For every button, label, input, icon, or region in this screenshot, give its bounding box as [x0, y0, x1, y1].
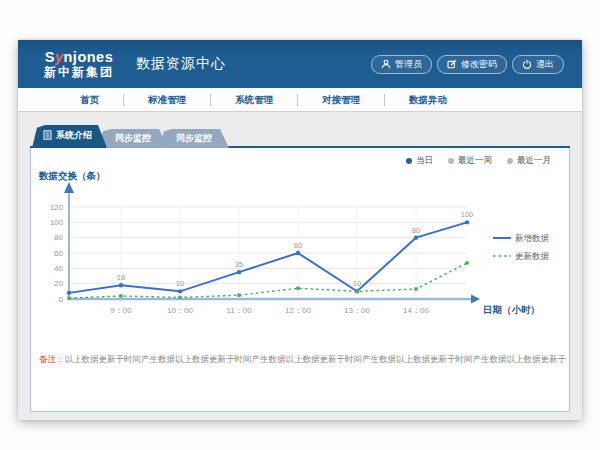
logout-button[interactable]: 退出 [512, 55, 564, 74]
data-point [178, 296, 181, 299]
filter-label: 最近一月 [517, 155, 551, 167]
y-tick-label: 60 [54, 249, 63, 258]
logout-label: 退出 [536, 58, 554, 71]
y-tick-label: 20 [54, 279, 63, 288]
x-tick-label: 10：00 [167, 306, 193, 315]
nav-item-home[interactable]: 首页 [56, 94, 124, 106]
nav-item-standard-management[interactable]: 标准管理 [124, 94, 211, 106]
x-axis-arrow-icon [471, 295, 480, 304]
app-header: Synjones 新中新集团 数据资源中心 管理员 [18, 40, 582, 88]
footnote-label: 备注： [39, 354, 65, 364]
user-icon [381, 59, 391, 69]
time-range-filters: 当日 最近一周 最近一月 [31, 148, 569, 167]
tab-sync-monitor-2[interactable]: 同步监控 [159, 129, 229, 148]
y-tick-label: 100 [50, 218, 64, 227]
data-point-label: 100 [461, 210, 474, 219]
x-tick-label: 11：00 [226, 306, 252, 315]
x-tick-label: 9：00 [110, 306, 132, 315]
data-point-label: 10 [176, 279, 184, 288]
data-point-label: 10 [353, 279, 361, 288]
data-point [465, 261, 468, 264]
current-user-label: 管理员 [395, 58, 422, 71]
radio-dot-icon [507, 158, 513, 164]
filter-today[interactable]: 当日 [406, 154, 433, 167]
power-icon [522, 59, 532, 69]
data-point-label: 60 [294, 241, 302, 250]
app-window: Synjones 新中新集团 数据资源中心 管理员 [18, 40, 582, 420]
data-point [119, 283, 123, 287]
data-point [414, 235, 418, 239]
chart-panel: 当日 最近一周 最近一月 0204060801001209：0010：0011：… [30, 148, 570, 412]
x-tick-label: 12：00 [285, 306, 311, 315]
change-password-button[interactable]: 修改密码 [437, 55, 507, 74]
legend-item[interactable]: 更新数据 [515, 251, 550, 261]
x-tick-label: 13：00 [344, 306, 370, 315]
main-nav: 首页 标准管理 系统管理 对接管理 数据异动 [18, 88, 582, 112]
radio-dot-icon [406, 158, 412, 164]
data-point [67, 291, 71, 295]
footnote: 备注：以上数据更新于时间产生数据以上数据更新于时间产生数据以上数据更新于时间产生… [31, 354, 569, 366]
data-point [355, 290, 358, 293]
x-axis-title: 日期（小时） [483, 304, 540, 316]
footnote-text: 以上数据更新于时间产生数据以上数据更新于时间产生数据以上数据更新于时间产生数据以… [65, 354, 567, 364]
legend-item[interactable]: 新增数据 [515, 233, 550, 243]
logo-accent-letter: y [55, 49, 64, 65]
data-point [237, 293, 240, 296]
radio-dot-icon [448, 158, 454, 164]
filter-last-month[interactable]: 最近一月 [507, 154, 551, 167]
data-point-label: 80 [412, 226, 420, 235]
data-point-label: 18 [117, 273, 125, 282]
filter-last-week[interactable]: 最近一周 [448, 154, 492, 167]
data-point [178, 289, 182, 293]
data-point [414, 287, 417, 290]
current-user-button[interactable]: 管理员 [371, 55, 432, 74]
edit-icon [447, 59, 457, 69]
nav-item-docking-management[interactable]: 对接管理 [298, 94, 385, 106]
y-tick-label: 80 [54, 233, 63, 242]
data-point [67, 297, 70, 300]
tab-label: 同步监控 [115, 132, 151, 145]
content-area: 系统介绍 同步监控 同步监控 当日 [18, 112, 582, 412]
y-tick-label: 40 [54, 264, 63, 273]
x-tick-label: 14：00 [403, 306, 429, 315]
brand-logo-subtitle: 新中新集团 [44, 66, 114, 79]
filter-label: 当日 [416, 155, 433, 167]
data-point [119, 294, 122, 297]
brand-logo: Synjones 新中新集团 [44, 50, 114, 79]
page: Synjones 新中新集团 数据资源中心 管理员 [0, 0, 600, 450]
tab-label: 系统介绍 [56, 129, 92, 142]
series-line-0 [69, 222, 467, 293]
nav-item-data-changes[interactable]: 数据异动 [385, 94, 471, 106]
data-point [296, 251, 300, 255]
y-tick-label: 0 [59, 295, 64, 304]
app-title: 数据资源中心 [136, 55, 226, 73]
y-axis-arrow-icon [64, 182, 74, 193]
data-point-label: 35 [235, 260, 243, 269]
user-actions: 管理员 修改密码 退出 [371, 55, 564, 74]
change-password-label: 修改密码 [461, 58, 497, 71]
y-tick-label: 120 [50, 203, 64, 212]
y-axis-title: 数据交换（条） [38, 170, 106, 182]
tab-label: 同步监控 [176, 132, 212, 145]
tab-system-intro[interactable]: 系统介绍 [32, 125, 107, 148]
line-chart: 0204060801001209：0010：0011：0012：0013：001… [31, 167, 571, 353]
document-icon [43, 130, 52, 142]
tab-bar: 系统介绍 同步监控 同步监控 [30, 125, 570, 148]
tab-sync-monitor-1[interactable]: 同步监控 [98, 129, 168, 148]
nav-item-system-management[interactable]: 系统管理 [211, 94, 298, 106]
data-point [237, 270, 241, 274]
data-point [465, 220, 469, 224]
data-point [296, 287, 299, 290]
brand-logo-text: Synjones [44, 50, 114, 65]
filter-label: 最近一周 [458, 155, 492, 167]
